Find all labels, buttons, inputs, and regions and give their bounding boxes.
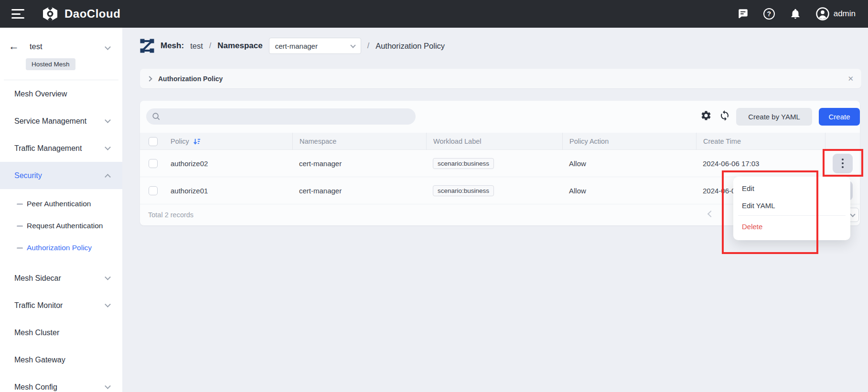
collapsible-banner: Authorization Policy ✕ — [140, 69, 861, 88]
sidebar-item[interactable]: Mesh Gateway — [0, 346, 122, 373]
sidebar-item-label: Mesh Sidecar — [14, 274, 61, 283]
dash-icon — [17, 203, 23, 205]
table-toolbar: Create by YAML Create — [140, 101, 860, 133]
dash-icon — [17, 247, 23, 249]
chevron-icon — [105, 144, 111, 150]
sidebar-item-label: Authorization Policy — [27, 244, 92, 252]
menu-item[interactable]: Edit — [733, 180, 850, 197]
app: DaoCloud ? admin ← test Hosted Mesh — [0, 0, 868, 392]
chevron-icon — [105, 301, 111, 307]
sidebar-item-label: Security — [14, 171, 42, 180]
sidebar-item[interactable]: Mesh Overview — [0, 80, 122, 107]
username: admin — [834, 9, 856, 19]
topbar-right: ? admin — [737, 7, 857, 21]
sidebar-item[interactable]: Traffic Monitor — [0, 292, 122, 319]
mesh-label: Mesh: — [161, 41, 184, 51]
sidebar-item[interactable]: Traffic Management — [0, 135, 122, 162]
create-button[interactable]: Create — [819, 108, 860, 126]
back-arrow-icon[interactable]: ← — [9, 41, 19, 52]
sidebar: ← test Hosted Mesh Mesh Overview Service… — [0, 28, 122, 392]
namespace-select[interactable]: cert-manager — [269, 38, 361, 54]
row-checkbox[interactable] — [149, 186, 158, 195]
cell-namespace: cert-manager — [292, 159, 426, 168]
cell-policy: authorize02 — [164, 159, 292, 168]
chevron-icon — [105, 383, 111, 389]
chevron-down-icon — [850, 212, 855, 217]
column-namespace: Namespace — [292, 133, 426, 150]
user-menu[interactable]: admin — [815, 7, 856, 21]
row-actions-kebab-button[interactable] — [833, 154, 853, 173]
sidebar-item-label: Mesh Overview — [14, 90, 67, 98]
sidebar-item[interactable]: Security — [0, 162, 122, 189]
sidebar-item[interactable]: Mesh Cluster — [0, 319, 122, 346]
expand-chevron-icon[interactable] — [147, 76, 152, 81]
sidebar-item-label: Service Management — [14, 117, 86, 126]
namespace-label: Namespace — [217, 41, 263, 51]
mesh-name: test — [30, 42, 43, 51]
chevron-down-icon — [350, 42, 355, 48]
search-input[interactable] — [164, 113, 394, 121]
banner-title: Authorization Policy — [158, 75, 223, 83]
mesh-header: ← test — [0, 28, 122, 52]
workload-label-tag: scenario:business — [433, 185, 494, 196]
search-icon — [152, 112, 161, 121]
select-all-checkbox[interactable] — [149, 137, 158, 146]
sidebar-item-label: Peer Authentication — [27, 200, 91, 208]
gear-icon[interactable] — [700, 109, 712, 122]
chat-icon[interactable] — [737, 8, 749, 20]
chevron-icon — [105, 117, 111, 123]
table-row: authorize02 cert-manager scenario:busine… — [140, 150, 860, 177]
sidebar-item[interactable]: Authorization Policy — [0, 237, 122, 259]
brand-name: DaoCloud — [64, 7, 120, 21]
cell-namespace: cert-manager — [292, 187, 426, 195]
brand: DaoCloud — [42, 5, 120, 22]
sidebar-item[interactable]: Request Authentication — [0, 215, 122, 237]
column-create-time: Create Time — [696, 133, 825, 150]
sidebar-item[interactable]: Mesh Sidecar — [0, 265, 122, 292]
help-icon[interactable]: ? — [763, 8, 775, 20]
menu-item[interactable]: Delete — [733, 218, 850, 235]
table-header: Policy Namespace Workload Label Policy A… — [140, 133, 860, 150]
chevron-icon — [105, 174, 111, 180]
sidebar-item-label: Traffic Monitor — [14, 301, 63, 310]
sidebar-nav: Mesh Overview Service Management Traffic… — [0, 80, 122, 392]
daocloud-logo-icon — [42, 5, 59, 22]
row-actions-menu: Edit Edit YAML Delete — [733, 177, 850, 240]
sidebar-item-label: Traffic Management — [14, 144, 82, 153]
cell-policy-action: Allow — [562, 159, 696, 168]
row-checkbox[interactable] — [149, 159, 158, 168]
cell-policy-action: Allow — [562, 187, 696, 195]
sidebar-item-label: Request Authentication — [27, 222, 103, 230]
cell-policy: authorize01 — [164, 187, 292, 195]
sort-descending-icon[interactable] — [193, 138, 201, 146]
namespace-select-value: cert-manager — [275, 42, 318, 50]
sidebar-item-label: Mesh Config — [14, 383, 57, 392]
sidebar-item[interactable]: Mesh Config — [0, 373, 122, 392]
menu-toggle-icon[interactable] — [11, 9, 24, 19]
refresh-icon[interactable] — [718, 109, 731, 122]
sidebar-item[interactable]: Service Management — [0, 107, 122, 135]
mesh-icon — [140, 39, 154, 53]
total-records: Total 2 records — [148, 211, 193, 219]
chevron-icon — [105, 274, 111, 280]
topbar: DaoCloud ? admin — [0, 0, 868, 28]
sidebar-item-label: Mesh Cluster — [14, 328, 59, 337]
breadcrumb: Mesh: test / Namespace cert-manager / Au… — [140, 37, 445, 54]
column-workload-label: Workload Label — [426, 133, 562, 150]
mesh-value: test — [190, 42, 203, 51]
workload-label-tag: scenario:business — [433, 158, 494, 169]
create-by-yaml-button[interactable]: Create by YAML — [736, 108, 812, 126]
dash-icon — [17, 225, 23, 227]
menu-item[interactable]: Edit YAML — [733, 197, 850, 214]
close-icon[interactable]: ✕ — [847, 74, 854, 83]
column-policy-action: Policy Action — [562, 133, 696, 150]
search-box — [146, 108, 416, 125]
notifications-bell-icon[interactable] — [789, 8, 802, 20]
avatar-icon — [815, 7, 830, 21]
cell-create-time: 2024-06-06 17:03 — [696, 159, 825, 168]
column-actions — [825, 133, 860, 150]
breadcrumb-separator: / — [209, 42, 211, 50]
chevron-down-icon[interactable] — [105, 44, 111, 50]
sidebar-item[interactable]: Peer Authentication — [0, 193, 122, 215]
column-policy: Policy — [164, 133, 292, 150]
